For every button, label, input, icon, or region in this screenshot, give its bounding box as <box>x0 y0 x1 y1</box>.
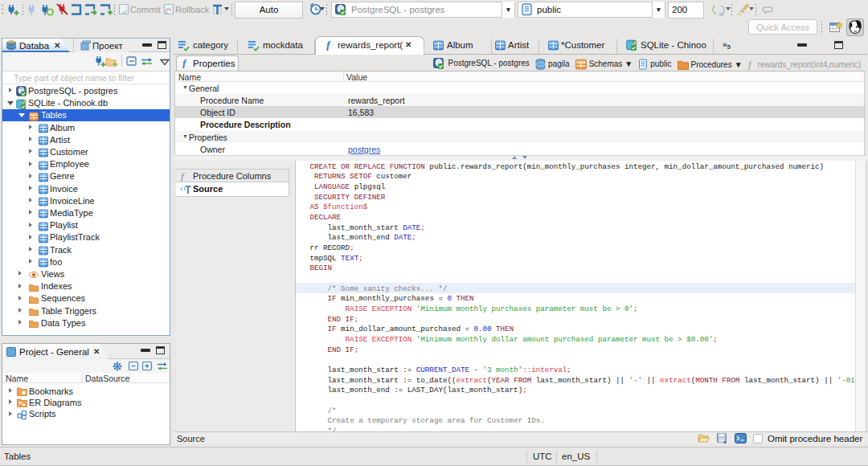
svg-text:f: f <box>748 59 752 69</box>
svg-text:f: f <box>181 171 186 182</box>
